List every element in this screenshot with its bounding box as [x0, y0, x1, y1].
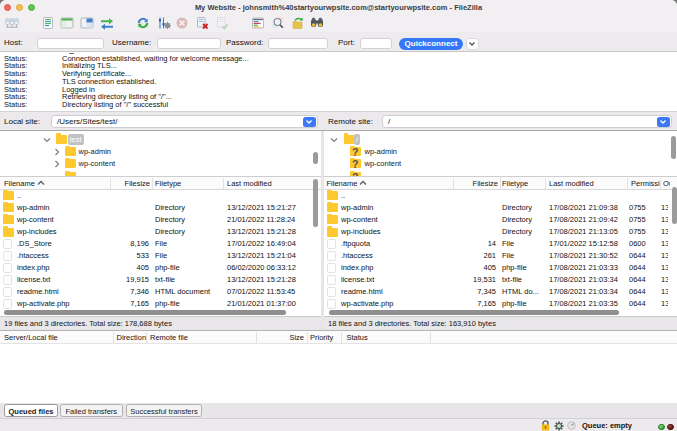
file-row[interactable]: license.txt19,531txt-file17/08/2021 21:0… — [324, 274, 677, 286]
cell-name: .. — [341, 190, 345, 202]
column-owner-group[interactable]: Owner/Group — [663, 177, 670, 190]
column-status[interactable]: Status — [347, 331, 368, 344]
local-file-list[interactable]: ..wp-adminDirectory13/12/2021 15:21:27wp… — [0, 190, 321, 316]
password-label: Password: — [226, 37, 263, 48]
file-row[interactable]: index.php405php-file17/08/2021 21:03:330… — [324, 262, 677, 274]
password-input[interactable] — [268, 38, 328, 49]
column-filename[interactable]: Filename — [327, 177, 358, 190]
remote-list-vscrollbar[interactable] — [672, 187, 677, 224]
compare-icon[interactable] — [271, 16, 285, 30]
column-filesize[interactable]: Filesize — [108, 177, 150, 190]
column-remote-file[interactable]: Remote file — [150, 331, 188, 344]
cell-perm: 0644 — [629, 262, 646, 274]
file-row[interactable]: .htaccess261File17/08/2021 21:30:5206441… — [324, 250, 677, 262]
sync-browsing-icon[interactable] — [291, 16, 305, 30]
file-row[interactable]: .ftpquota14File17/01/2022 15:12:58060013 — [324, 238, 677, 250]
column-divider — [660, 178, 661, 189]
file-row[interactable]: .htaccess533File13/12/2021 15:21:04 — [0, 250, 321, 262]
cell-owner: 13 — [661, 262, 668, 274]
combo-popup-icon[interactable] — [303, 117, 316, 127]
file-row[interactable]: wp-includesDirectory17/08/2021 21:13:050… — [324, 226, 677, 238]
site-manager-icon[interactable] — [5, 16, 19, 30]
file-row[interactable]: .. — [324, 190, 677, 202]
tree-item-wp-content[interactable]: wp-content — [365, 158, 402, 169]
toggle-log-icon[interactable] — [41, 16, 55, 30]
tree-item-wp-content[interactable]: wp-content — [79, 158, 116, 169]
file-row[interactable]: wp-activate.php7,165php-file21/01/2021 0… — [0, 298, 321, 310]
local-list-hscrollbar[interactable] — [4, 310, 286, 316]
host-input[interactable] — [37, 38, 104, 49]
column-filetype[interactable]: Filetype — [155, 177, 181, 190]
filter-icon[interactable] — [251, 16, 265, 30]
port-input[interactable] — [360, 38, 392, 49]
toggle-remote-tree-icon[interactable] — [80, 16, 94, 30]
toggle-local-tree-icon[interactable] — [60, 16, 74, 30]
file-row[interactable]: .. — [0, 190, 321, 202]
tree-item-wp-admin[interactable]: wp-admin — [365, 146, 398, 157]
tree-item-root[interactable]: / — [354, 134, 360, 145]
local-list-vscrollbar[interactable] — [313, 179, 318, 227]
tree-item-test[interactable]: test — [68, 134, 84, 145]
remote-list-hscrollbar[interactable] — [329, 310, 619, 316]
cell-date: 17/08/2021 21:13:05 — [549, 226, 618, 238]
file-row[interactable]: wp-activate.php7,165php-file17/08/2021 2… — [324, 298, 677, 310]
file-row[interactable]: license.txt19,915txt-file13/12/2021 15:2… — [0, 274, 321, 286]
file-row[interactable]: .DS_Store8,196File17/01/2022 16:49:04 — [0, 238, 321, 250]
remote-summary-text: 18 files and 3 directories. Total size: … — [328, 319, 496, 328]
column-size[interactable]: Size — [260, 331, 304, 344]
file-icon — [3, 251, 12, 261]
cancel-icon[interactable] — [175, 16, 189, 30]
disconnect-icon[interactable] — [195, 16, 209, 30]
file-row[interactable]: index.php405php-file06/02/2020 06:33:12 — [0, 262, 321, 274]
refresh-icon[interactable] — [136, 16, 150, 30]
queue-body[interactable] — [0, 345, 677, 403]
column-permissions[interactable]: Permissions — [631, 177, 660, 190]
column-last-modified[interactable]: Last modified — [549, 177, 594, 190]
gear-icon[interactable] — [554, 421, 564, 431]
remote-tree-scrollbar[interactable] — [671, 136, 676, 159]
quickconnect-dropdown-button[interactable] — [466, 38, 479, 51]
column-divider — [627, 178, 628, 189]
reconnect-icon[interactable] — [215, 16, 229, 30]
local-site-combo[interactable]: /Users/Sites/test/ — [51, 115, 318, 128]
column-filename[interactable]: Filename — [4, 177, 35, 190]
column-filetype[interactable]: Filetype — [502, 177, 528, 190]
file-row[interactable]: wp-contentDirectory17/08/2021 21:09:4207… — [324, 214, 677, 226]
folder-icon — [344, 135, 355, 144]
local-tree[interactable]: test wp-admin wp-content — [0, 131, 321, 176]
toggle-queue-icon[interactable] — [100, 16, 114, 30]
column-filesize[interactable]: Filesize — [454, 177, 498, 190]
folder-icon — [3, 228, 14, 237]
find-icon[interactable] — [310, 16, 324, 30]
combo-popup-icon[interactable] — [657, 117, 670, 127]
process-queue-icon[interactable] — [157, 16, 171, 30]
remote-file-list[interactable]: ..wp-adminDirectory17/08/2021 21:09:3807… — [324, 190, 677, 316]
cell-owner: 13 — [661, 298, 668, 310]
column-last-modified[interactable]: Last modified — [227, 177, 272, 190]
cell-name: readme.html — [341, 286, 383, 298]
cell-size: 7,346 — [104, 286, 149, 298]
local-tree-scrollbar[interactable] — [313, 152, 318, 164]
tab-successful-transfers[interactable]: Successful transfers — [126, 404, 202, 417]
file-row[interactable]: wp-adminDirectory17/08/2021 21:09:380755… — [324, 202, 677, 214]
file-row[interactable]: readme.html7,345HTML do...17/08/2021 21:… — [324, 286, 677, 298]
cell-type: txt-file — [155, 274, 175, 286]
cell-name: readme.html — [17, 286, 59, 298]
file-row[interactable]: wp-contentDirectory21/01/2022 11:28:24 — [0, 214, 321, 226]
tree-item-wp-admin[interactable]: wp-admin — [79, 146, 112, 157]
speed-limit-icon[interactable] — [567, 421, 576, 431]
username-input[interactable] — [157, 38, 221, 49]
column-direction[interactable]: Direction — [117, 331, 147, 344]
column-priority[interactable]: Priority — [310, 331, 333, 344]
file-row[interactable]: readme.html7,346HTML document07/01/2022 … — [0, 286, 321, 298]
column-server-local-file[interactable]: Server/Local file — [4, 331, 58, 344]
remote-site-combo[interactable]: / — [382, 115, 672, 128]
tab-failed-transfers[interactable]: Failed transfers — [60, 404, 124, 417]
quickconnect-button[interactable]: Quickconnect — [399, 38, 463, 51]
folder-icon — [65, 147, 76, 156]
file-row[interactable]: wp-includesDirectory13/12/2021 15:21:28 — [0, 226, 321, 238]
lock-icon[interactable] — [540, 420, 551, 431]
remote-tree[interactable]: / wp-admin wp-content — [324, 131, 677, 176]
tab-queued-files[interactable]: Queued files — [4, 404, 58, 417]
file-row[interactable]: wp-adminDirectory13/12/2021 15:21:27 — [0, 202, 321, 214]
